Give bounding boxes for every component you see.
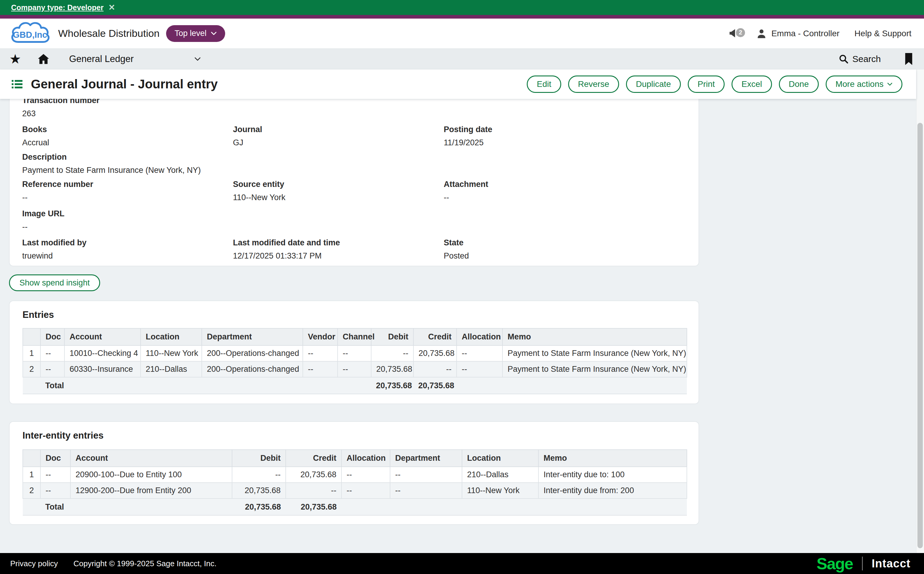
cell-department: 200--Operations-changed [202, 361, 303, 377]
col-account: Account [65, 328, 141, 345]
cell-location: 110--New York [462, 483, 538, 498]
cell-vendor: -- [303, 345, 338, 361]
col-department: Department [390, 450, 462, 467]
journal-entry-details-card: Transaction number 263 Books Accrual Jou… [9, 88, 699, 266]
chevron-down-icon [211, 32, 217, 35]
cell-rownum: 2 [23, 483, 41, 498]
field-image-url: Image URL -- [22, 209, 65, 232]
total-debit: 20,735.68 [371, 377, 413, 394]
entity-selector-label: Top level [174, 29, 207, 38]
footer: Privacy policy Copyright © 1999-2025 Sag… [0, 553, 924, 574]
cell-allocation: -- [457, 361, 503, 377]
company-type-link[interactable]: Company type: Developer [11, 3, 103, 12]
cell-debit: -- [371, 345, 413, 361]
done-button[interactable]: Done [779, 76, 819, 93]
field-last-modified-by: Last modified by truewind [22, 238, 87, 261]
table-row: 2 -- 60330--Insurance 210--Dallas 200--O… [23, 361, 687, 377]
cell-rownum: 2 [23, 361, 41, 377]
cell-allocation: -- [342, 467, 390, 483]
cell-account: 20900-100--Due to Entity 100 [70, 467, 232, 483]
col-allocation: Allocation [457, 328, 503, 345]
gbd-logo-text: GBD,Inc. [13, 30, 49, 39]
col-account: Account [70, 450, 232, 467]
print-button[interactable]: Print [688, 76, 725, 93]
cell-rownum: 1 [23, 345, 41, 361]
inter-entity-card: Inter-entity entries Doc Account Debit C… [9, 421, 699, 525]
cell-department: 200--Operations-changed [202, 345, 303, 361]
col-debit: Debit [232, 450, 286, 467]
col-location: Location [462, 450, 538, 467]
inter-entity-title: Inter-entity entries [22, 430, 103, 441]
cell-debit: 20,735.68 [232, 483, 286, 498]
excel-button[interactable]: Excel [731, 76, 772, 93]
cell-credit: 20,735.68 [413, 345, 457, 361]
total-credit: 20,735.68 [286, 498, 342, 515]
copyright-text: Copyright © 1999-2025 Sage Intacct, Inc. [73, 559, 217, 568]
cell-doc: -- [41, 483, 70, 498]
col-doc: Doc [41, 328, 65, 345]
col-debit: Debit [371, 328, 413, 345]
app-header: GBD,Inc. Wholesale Distribution Top leve… [0, 19, 924, 48]
duplicate-button[interactable]: Duplicate [626, 76, 681, 93]
total-credit: 20,735.68 [413, 377, 457, 394]
user-icon [756, 28, 767, 39]
field-books: Books Accrual [22, 125, 49, 147]
help-support-link[interactable]: Help & Support [854, 29, 911, 38]
col-department: Department [202, 328, 303, 345]
user-menu[interactable]: Emma - Controller [756, 28, 839, 39]
field-description: Description Payment to State Farm Insura… [22, 153, 201, 175]
cell-department: -- [390, 483, 462, 498]
field-last-modified-datetime: Last modified date and time 12/17/2025 0… [233, 238, 340, 261]
cell-memo: Payment to State Farm Insurance (New Yor… [503, 345, 687, 361]
intacct-logo: Intacct [872, 557, 910, 570]
page-title: General Journal - Journal entry [31, 77, 218, 91]
total-label: Total [41, 498, 232, 515]
sage-logo: Sage [816, 554, 853, 573]
cell-doc: -- [41, 345, 65, 361]
nav-bar: ★ General Ledger Search [0, 48, 924, 69]
dismiss-banner-icon[interactable]: ✕ [108, 3, 115, 12]
privacy-policy-link[interactable]: Privacy policy [10, 559, 58, 568]
scrollbar-track[interactable] [916, 69, 924, 553]
cell-credit: -- [413, 361, 457, 377]
cell-allocation: -- [342, 483, 390, 498]
total-debit: 20,735.68 [232, 498, 286, 515]
app-window: Company type: Developer ✕ GBD,Inc. Whole… [0, 0, 924, 574]
entity-selector[interactable]: Top level [166, 25, 225, 42]
list-menu-icon[interactable] [12, 80, 22, 89]
field-reference-number: Reference number -- [22, 180, 93, 202]
cell-channel: -- [338, 345, 371, 361]
field-transaction-number: Transaction number 263 [22, 96, 100, 118]
scrollbar-thumb[interactable] [918, 123, 923, 548]
page-title-bar: General Journal - Journal entry Edit Rev… [0, 69, 916, 99]
chevron-down-icon [194, 57, 201, 61]
bookmark-icon[interactable] [904, 53, 913, 65]
total-label: Total [41, 377, 371, 394]
favorites-star-icon[interactable]: ★ [9, 52, 21, 66]
cell-account: 12900-200--Due from Entity 200 [70, 483, 232, 498]
search-button[interactable]: Search [839, 54, 881, 64]
field-state: State Posted [444, 238, 469, 261]
table-row: 1 -- 20900-100--Due to Entity 100 -- 20,… [23, 467, 687, 483]
col-credit: Credit [413, 328, 457, 345]
module-selector-label: General Ledger [69, 54, 133, 65]
cell-allocation: -- [457, 345, 503, 361]
search-icon [839, 54, 849, 64]
cell-rownum: 1 [23, 467, 41, 483]
col-credit: Credit [286, 450, 342, 467]
col-memo: Memo [503, 328, 687, 345]
cell-credit: -- [286, 483, 342, 498]
user-name: Emma - Controller [771, 29, 839, 38]
notification-count-badge: 2 [736, 28, 745, 37]
module-selector[interactable]: General Ledger [69, 54, 201, 65]
page-content: Transaction number 263 Books Accrual Jou… [0, 69, 924, 553]
more-actions-button[interactable]: More actions [826, 76, 902, 93]
reverse-button[interactable]: Reverse [568, 76, 619, 93]
home-icon[interactable] [36, 52, 51, 66]
edit-button[interactable]: Edit [527, 76, 561, 93]
show-spend-insight-button[interactable]: Show spend insight [9, 274, 100, 291]
field-source-entity: Source entity 110--New York [233, 180, 285, 202]
notifications-button[interactable]: 2 [728, 26, 743, 41]
cell-memo: Payment to State Farm Insurance (New Yor… [503, 361, 687, 377]
cell-department: -- [390, 467, 462, 483]
